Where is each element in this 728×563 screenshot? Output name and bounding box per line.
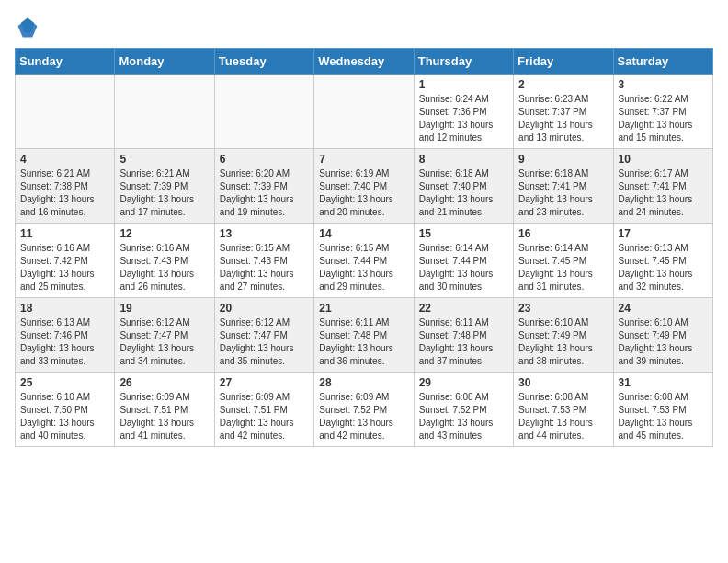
calendar-cell: 9Sunrise: 6:18 AMSunset: 7:41 PMDaylight…: [514, 149, 613, 224]
logo: [15, 15, 44, 40]
day-info: Sunrise: 6:09 AMSunset: 7:51 PMDaylight:…: [119, 391, 209, 442]
day-info: Sunrise: 6:18 AMSunset: 7:40 PMDaylight:…: [419, 167, 508, 219]
day-info: Sunrise: 6:22 AMSunset: 7:37 PMDaylight:…: [619, 93, 708, 144]
weekday-header: Sunday: [16, 49, 115, 75]
calendar-cell: 31Sunrise: 6:08 AMSunset: 7:53 PMDayligh…: [613, 373, 712, 447]
calendar-cell: 15Sunrise: 6:14 AMSunset: 7:44 PMDayligh…: [414, 224, 513, 298]
day-info: Sunrise: 6:16 AMSunset: 7:43 PMDaylight:…: [119, 242, 209, 293]
day-info: Sunrise: 6:10 AMSunset: 7:49 PMDaylight:…: [619, 316, 708, 368]
day-number: 11: [20, 227, 109, 240]
day-number: 28: [319, 376, 408, 389]
day-info: Sunrise: 6:21 AMSunset: 7:38 PMDaylight:…: [20, 167, 109, 219]
day-number: 8: [419, 153, 508, 166]
day-number: 9: [518, 153, 608, 166]
calendar-cell: 19Sunrise: 6:12 AMSunset: 7:47 PMDayligh…: [115, 298, 214, 373]
day-info: Sunrise: 6:20 AMSunset: 7:39 PMDaylight:…: [220, 167, 309, 219]
day-info: Sunrise: 6:23 AMSunset: 7:37 PMDaylight:…: [518, 93, 608, 144]
day-number: 22: [419, 302, 508, 315]
day-number: 18: [20, 302, 109, 315]
day-info: Sunrise: 6:10 AMSunset: 7:50 PMDaylight:…: [20, 391, 109, 442]
day-info: Sunrise: 6:13 AMSunset: 7:46 PMDaylight:…: [20, 316, 109, 368]
day-number: 21: [319, 302, 408, 315]
calendar-cell: 22Sunrise: 6:11 AMSunset: 7:48 PMDayligh…: [414, 298, 513, 373]
day-info: Sunrise: 6:11 AMSunset: 7:48 PMDaylight:…: [319, 316, 408, 368]
day-info: Sunrise: 6:08 AMSunset: 7:52 PMDaylight:…: [419, 391, 508, 442]
calendar-week-row: 18Sunrise: 6:13 AMSunset: 7:46 PMDayligh…: [16, 298, 713, 373]
day-number: 15: [419, 227, 508, 240]
day-number: 19: [119, 302, 209, 315]
day-info: Sunrise: 6:17 AMSunset: 7:41 PMDaylight:…: [619, 167, 708, 219]
day-info: Sunrise: 6:09 AMSunset: 7:51 PMDaylight:…: [220, 391, 309, 442]
day-info: Sunrise: 6:12 AMSunset: 7:47 PMDaylight:…: [220, 316, 309, 368]
calendar-cell: 20Sunrise: 6:12 AMSunset: 7:47 PMDayligh…: [214, 298, 313, 373]
day-number: 12: [119, 227, 209, 240]
calendar-cell: 24Sunrise: 6:10 AMSunset: 7:49 PMDayligh…: [613, 298, 712, 373]
page-header: [15, 15, 713, 40]
day-number: 20: [220, 302, 309, 315]
calendar-cell: 6Sunrise: 6:20 AMSunset: 7:39 PMDaylight…: [214, 149, 313, 224]
calendar-cell: [115, 75, 214, 149]
calendar-cell: [214, 75, 313, 149]
day-number: 17: [619, 227, 708, 240]
day-number: 14: [319, 227, 408, 240]
weekday-header: Monday: [115, 49, 214, 75]
weekday-header: Thursday: [414, 49, 513, 75]
weekday-header: Saturday: [613, 49, 712, 75]
calendar-table: SundayMondayTuesdayWednesdayThursdayFrid…: [15, 48, 713, 447]
day-number: 5: [119, 153, 209, 166]
calendar-cell: 11Sunrise: 6:16 AMSunset: 7:42 PMDayligh…: [16, 224, 115, 298]
day-number: 13: [220, 227, 309, 240]
calendar-cell: 12Sunrise: 6:16 AMSunset: 7:43 PMDayligh…: [115, 224, 214, 298]
weekday-header: Friday: [514, 49, 613, 75]
calendar-cell: 17Sunrise: 6:13 AMSunset: 7:45 PMDayligh…: [613, 224, 712, 298]
day-number: 2: [518, 78, 608, 91]
day-info: Sunrise: 6:16 AMSunset: 7:42 PMDaylight:…: [20, 242, 109, 293]
day-info: Sunrise: 6:08 AMSunset: 7:53 PMDaylight:…: [518, 391, 608, 442]
calendar-cell: 5Sunrise: 6:21 AMSunset: 7:39 PMDaylight…: [115, 149, 214, 224]
day-info: Sunrise: 6:13 AMSunset: 7:45 PMDaylight:…: [619, 242, 708, 293]
day-number: 23: [518, 302, 608, 315]
day-number: 26: [119, 376, 209, 389]
day-number: 3: [619, 78, 708, 91]
weekday-header: Tuesday: [214, 49, 313, 75]
day-info: Sunrise: 6:15 AMSunset: 7:44 PMDaylight:…: [319, 242, 408, 293]
calendar-cell: 13Sunrise: 6:15 AMSunset: 7:43 PMDayligh…: [214, 224, 313, 298]
day-number: 1: [419, 78, 508, 91]
day-number: 27: [220, 376, 309, 389]
calendar-cell: [16, 75, 115, 149]
calendar-cell: 8Sunrise: 6:18 AMSunset: 7:40 PMDaylight…: [414, 149, 513, 224]
calendar-cell: [314, 75, 414, 149]
day-info: Sunrise: 6:24 AMSunset: 7:36 PMDaylight:…: [419, 93, 508, 144]
calendar-cell: 10Sunrise: 6:17 AMSunset: 7:41 PMDayligh…: [613, 149, 712, 224]
logo-icon: [15, 15, 40, 40]
calendar-cell: 14Sunrise: 6:15 AMSunset: 7:44 PMDayligh…: [314, 224, 414, 298]
calendar-cell: 26Sunrise: 6:09 AMSunset: 7:51 PMDayligh…: [115, 373, 214, 447]
day-info: Sunrise: 6:08 AMSunset: 7:53 PMDaylight:…: [619, 391, 708, 442]
day-number: 30: [518, 376, 608, 389]
calendar-cell: 4Sunrise: 6:21 AMSunset: 7:38 PMDaylight…: [16, 149, 115, 224]
calendar-cell: 1Sunrise: 6:24 AMSunset: 7:36 PMDaylight…: [414, 75, 513, 149]
day-info: Sunrise: 6:09 AMSunset: 7:52 PMDaylight:…: [319, 391, 408, 442]
day-info: Sunrise: 6:15 AMSunset: 7:43 PMDaylight:…: [220, 242, 309, 293]
day-number: 6: [220, 153, 309, 166]
day-number: 24: [619, 302, 708, 315]
calendar-cell: 16Sunrise: 6:14 AMSunset: 7:45 PMDayligh…: [514, 224, 613, 298]
day-number: 4: [20, 153, 109, 166]
calendar-header-row: SundayMondayTuesdayWednesdayThursdayFrid…: [16, 49, 713, 75]
calendar-week-row: 4Sunrise: 6:21 AMSunset: 7:38 PMDaylight…: [16, 149, 713, 224]
calendar-cell: 28Sunrise: 6:09 AMSunset: 7:52 PMDayligh…: [314, 373, 414, 447]
day-info: Sunrise: 6:18 AMSunset: 7:41 PMDaylight:…: [518, 167, 608, 219]
day-info: Sunrise: 6:21 AMSunset: 7:39 PMDaylight:…: [119, 167, 209, 219]
day-info: Sunrise: 6:11 AMSunset: 7:48 PMDaylight:…: [419, 316, 508, 368]
day-number: 31: [619, 376, 708, 389]
day-number: 29: [419, 376, 508, 389]
day-number: 10: [619, 153, 708, 166]
calendar-cell: 3Sunrise: 6:22 AMSunset: 7:37 PMDaylight…: [613, 75, 712, 149]
day-info: Sunrise: 6:14 AMSunset: 7:45 PMDaylight:…: [518, 242, 608, 293]
day-number: 16: [518, 227, 608, 240]
day-info: Sunrise: 6:14 AMSunset: 7:44 PMDaylight:…: [419, 242, 508, 293]
calendar-week-row: 11Sunrise: 6:16 AMSunset: 7:42 PMDayligh…: [16, 224, 713, 298]
calendar-cell: 30Sunrise: 6:08 AMSunset: 7:53 PMDayligh…: [514, 373, 613, 447]
calendar-cell: 7Sunrise: 6:19 AMSunset: 7:40 PMDaylight…: [314, 149, 414, 224]
day-info: Sunrise: 6:10 AMSunset: 7:49 PMDaylight:…: [518, 316, 608, 368]
